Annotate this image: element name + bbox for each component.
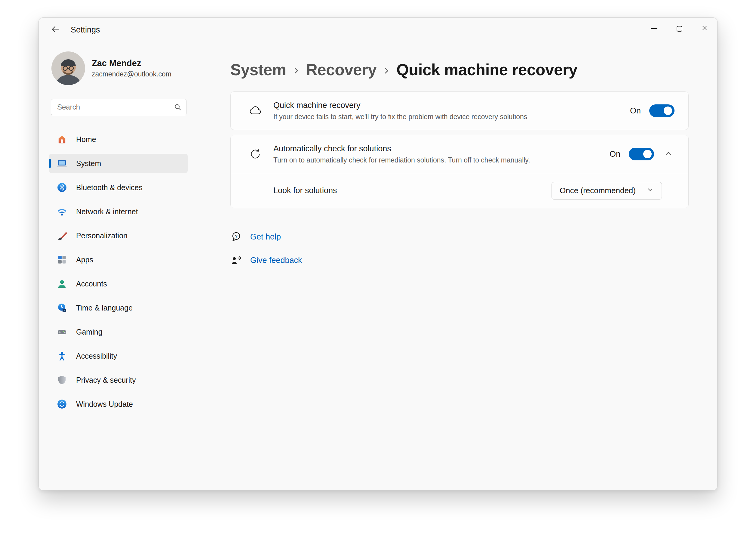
sidebar-item-label: Accessibility [76,352,117,361]
sidebar-item-network-internet[interactable]: Network & internet [49,202,188,221]
title-bar: Settings [39,18,717,42]
accessibility-icon [57,351,67,361]
close-button[interactable] [692,18,717,39]
profile-text: Zac Mendez zacmendez@outlook.com [92,58,171,78]
chevron-right-icon [382,66,391,75]
personalization-icon [57,230,67,241]
card-description: If your device fails to start, we'll try… [273,113,618,121]
collapse-expander-button[interactable] [662,149,675,159]
quick-machine-recovery-row: Quick machine recovery If your device fa… [231,92,688,130]
sync-icon [248,147,263,161]
sidebar-item-label: Gaming [76,328,103,337]
sidebar-item-label: Network & internet [76,207,138,216]
dropdown-selected-value: Once (recommended) [560,186,636,195]
account-profile[interactable]: Zac Mendez zacmendez@outlook.com [51,51,188,85]
svg-text:A: A [63,309,65,312]
sidebar-item-privacy-security[interactable]: Privacy & security [49,370,188,390]
toggle-group: On [610,148,654,160]
privacy-security-icon [57,375,67,385]
auto-check-solutions-card: Automatically check for solutions Turn o… [230,135,689,208]
look-for-solutions-dropdown[interactable]: Once (recommended) [552,182,662,199]
search-box [51,99,187,115]
time-language-icon: A [57,303,67,313]
back-arrow-icon [51,25,60,35]
search-input[interactable] [51,99,186,115]
sidebar-item-accounts[interactable]: Accounts [49,274,188,294]
gaming-icon [57,327,67,337]
sidebar-item-personalization[interactable]: Personalization [49,226,188,245]
windows-update-icon [57,399,67,409]
sidebar-item-label: Windows Update [76,400,133,409]
toggle-knob [664,106,672,115]
quick-machine-recovery-toggle[interactable] [649,104,675,117]
home-icon [57,134,67,144]
help-links: ? Get help Give feedback [230,231,689,266]
sidebar-item-label: Bluetooth & devices [76,183,143,192]
sidebar-item-time-language[interactable]: A Time & language [49,298,188,318]
settings-window: Settings [38,17,718,490]
network-icon [57,206,67,216]
sidebar-item-label: Apps [76,255,93,264]
cloud-icon [248,104,263,118]
maximize-button[interactable] [667,18,692,39]
sidebar-item-apps[interactable]: Apps [49,250,188,269]
get-help-label: Get help [250,232,281,241]
minimize-button[interactable] [641,18,667,39]
breadcrumb: System Recovery Quick machine recovery [230,60,689,79]
accounts-icon [57,279,67,289]
look-for-solutions-label: Look for solutions [273,186,552,195]
quick-machine-recovery-card: Quick machine recovery If your device fa… [230,91,689,130]
breadcrumb-system[interactable]: System [230,60,286,79]
help-bubble-icon: ? [230,231,242,242]
card-description: Turn on to automatically check for remed… [273,156,598,164]
sidebar-item-label: Privacy & security [76,376,136,385]
page-title: Quick machine recovery [396,60,577,79]
auto-check-solutions-row[interactable]: Automatically check for solutions Turn o… [231,135,688,173]
profile-email: zacmendez@outlook.com [92,70,171,78]
sidebar: Zac Mendez zacmendez@outlook.com Home [39,42,191,490]
feedback-person-icon [230,254,242,266]
caption-buttons [641,18,717,39]
bluetooth-icon [57,182,67,192]
close-icon [701,25,708,32]
sidebar-item-windows-update[interactable]: Windows Update [49,395,188,414]
toggle-knob [643,150,652,158]
auto-check-solutions-toggle[interactable] [629,148,654,160]
search-icon [174,103,182,111]
toggle-state-label: On [630,106,641,115]
look-for-solutions-row: Look for solutions Once (recommended) [231,173,688,208]
sidebar-nav: Home System Bluetooth & devices [49,130,188,414]
sidebar-item-gaming[interactable]: Gaming [49,322,188,342]
sidebar-item-label: Home [76,135,96,144]
main-content: System Recovery Quick machine recovery [191,42,717,490]
toggle-state-label: On [610,149,620,159]
system-icon [57,158,67,168]
maximize-icon [677,26,682,32]
chevron-right-icon [292,66,301,75]
sidebar-item-accessibility[interactable]: Accessibility [49,346,188,366]
breadcrumb-recovery[interactable]: Recovery [306,60,377,79]
get-help-link[interactable]: ? Get help [230,231,281,242]
apps-icon [57,254,67,265]
chevron-down-icon [647,186,654,195]
sidebar-item-home[interactable]: Home [49,130,188,149]
settings-cards: Quick machine recovery If your device fa… [230,91,689,208]
sidebar-item-bluetooth-devices[interactable]: Bluetooth & devices [49,178,188,197]
give-feedback-label: Give feedback [250,256,302,265]
give-feedback-link[interactable]: Give feedback [230,254,302,266]
card-text: Quick machine recovery If your device fa… [273,101,618,121]
sidebar-item-label: Personalization [76,231,128,240]
avatar [51,51,85,85]
card-text: Automatically check for solutions Turn o… [273,144,598,164]
card-title: Quick machine recovery [273,101,618,110]
window-title: Settings [71,25,100,35]
sidebar-item-system[interactable]: System [49,154,188,173]
sidebar-item-label: Accounts [76,280,107,288]
back-button[interactable] [47,21,64,38]
svg-text:?: ? [235,234,238,238]
sidebar-item-label: System [76,159,101,168]
profile-name: Zac Mendez [92,58,171,68]
card-title: Automatically check for solutions [273,144,598,153]
chevron-up-icon [664,149,673,159]
sidebar-item-label: Time & language [76,304,133,312]
